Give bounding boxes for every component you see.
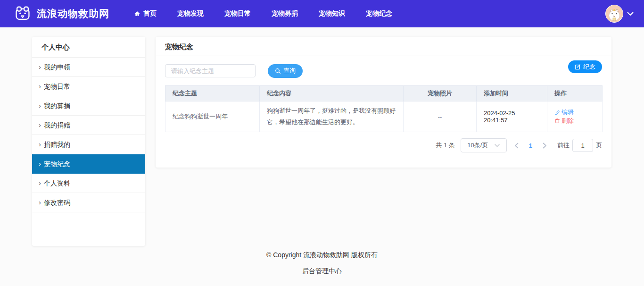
nav-item-pet-knowledge[interactable]: 宠物知识	[319, 9, 345, 18]
nav-item-pet-memorial[interactable]: 宠物纪念	[366, 9, 392, 18]
cell-operation: 编辑 删除	[547, 101, 603, 132]
header-memorial-content: 纪念内容	[260, 86, 404, 101]
pagination: 共 1 条 10条/页 1 前往 页	[165, 138, 602, 152]
caret-right-icon: ›	[39, 63, 41, 70]
toolbar: 查询 纪念	[165, 64, 602, 77]
caret-right-icon: ›	[39, 121, 41, 128]
brand-title: 流浪动物救助网	[37, 7, 109, 20]
nav-item-pet-daily[interactable]: 宠物日常	[224, 9, 251, 18]
caret-right-icon: ›	[39, 83, 41, 90]
dog-logo-icon	[13, 4, 32, 23]
query-button[interactable]: 查询	[268, 64, 303, 78]
home-icon	[134, 10, 140, 17]
sidebar-title: 个人中心	[32, 37, 145, 58]
copyright-text: © Copyright 流浪动物救助网 版权所有	[0, 251, 644, 260]
trash-icon	[554, 118, 560, 124]
chevron-down-icon[interactable]	[627, 12, 634, 16]
edit-button[interactable]: 编辑	[554, 108, 574, 117]
nav-item-pet-fundraise[interactable]: 宠物募捐	[272, 9, 298, 18]
pagination-total: 共 1 条	[436, 141, 454, 150]
header-pet-photo: 宠物照片	[404, 86, 477, 101]
search-icon	[275, 68, 281, 74]
header-memorial-subject: 纪念主题	[165, 86, 260, 101]
next-page-button[interactable]	[540, 143, 550, 149]
cell-add-time: 2024-02-25 20:41:57	[477, 101, 547, 132]
chevron-down-icon	[495, 144, 500, 147]
cell-subject: 纪念狗狗逝世一周年	[165, 101, 260, 132]
panel-title: 宠物纪念	[156, 37, 611, 56]
sidebar-item-donated-to-me[interactable]: ›捐赠我的	[32, 135, 145, 154]
edit-square-icon	[575, 64, 581, 70]
caret-right-icon: ›	[39, 199, 41, 206]
user-avatar[interactable]	[605, 5, 623, 23]
delete-button[interactable]: 删除	[554, 117, 574, 125]
pencil-icon	[554, 109, 560, 115]
nav-item-pet-discover[interactable]: 宠物发现	[177, 9, 204, 18]
caret-right-icon: ›	[39, 102, 41, 109]
page-size-select[interactable]: 10条/页	[461, 138, 507, 152]
prev-page-button[interactable]	[512, 143, 521, 149]
add-memorial-button[interactable]: 纪念	[568, 60, 602, 73]
memorial-table: 纪念主题 纪念内容 宠物照片 添加时间 操作 纪念狗狗逝世一周年 狗狗逝世一周年…	[165, 85, 603, 132]
sidebar-item-my-donations[interactable]: ›我的捐赠	[32, 116, 145, 135]
caret-right-icon: ›	[39, 160, 41, 167]
table-row: 纪念狗狗逝世一周年 狗狗逝世一周年了，挺难过的，是我没有照顾好它，希望他在那边能…	[165, 101, 603, 132]
sidebar-item-my-applications[interactable]: ›我的申领	[32, 58, 145, 77]
cell-content: 狗狗逝世一周年了，挺难过的，是我没有照顾好它，希望他在那边能生活的更好。	[260, 101, 404, 132]
brand-logo-link[interactable]: 流浪动物救助网	[13, 4, 109, 23]
page: 流浪动物救助网 首页 宠物发现 宠物日常 宠物募捐 宠物知识 宠物纪念	[0, 0, 644, 286]
sidebar-item-my-fundraising[interactable]: ›我的募捐	[32, 96, 145, 116]
sidebar-item-personal-profile[interactable]: ›个人资料	[32, 174, 145, 193]
header-operation: 操作	[547, 86, 603, 101]
footer: © Copyright 流浪动物救助网 版权所有 后台管理中心	[0, 251, 644, 276]
top-navbar: 流浪动物救助网 首页 宠物发现 宠物日常 宠物募捐 宠物知识 宠物纪念	[0, 0, 644, 27]
nav-item-home[interactable]: 首页	[134, 9, 157, 18]
goto-page: 前往 页	[557, 139, 602, 152]
header-add-time: 添加时间	[477, 86, 547, 101]
main-nav: 首页 宠物发现 宠物日常 宠物募捐 宠物知识 宠物纪念	[134, 9, 392, 18]
sidebar-item-pet-daily[interactable]: ›宠物日常	[32, 77, 145, 96]
goto-page-input[interactable]	[572, 139, 593, 152]
table-header-row: 纪念主题 纪念内容 宠物照片 添加时间 操作	[165, 86, 603, 101]
pet-memorial-panel: 宠物纪念 查询 纪念	[156, 37, 611, 168]
memorial-subject-search-input[interactable]	[165, 64, 256, 77]
personal-center-sidebar: 个人中心 ›我的申领 ›宠物日常 ›我的募捐 ›我的捐赠 ›捐赠我的 ›宠物纪念…	[32, 37, 145, 246]
admin-center-link[interactable]: 后台管理中心	[302, 267, 342, 276]
sidebar-item-change-password[interactable]: ›修改密码	[32, 193, 145, 212]
page-number-current[interactable]: 1	[526, 142, 535, 149]
caret-right-icon: ›	[39, 141, 41, 148]
caret-right-icon: ›	[39, 179, 41, 186]
user-menu[interactable]	[605, 5, 634, 23]
sidebar-item-pet-memorial[interactable]: ›宠物纪念	[32, 154, 145, 174]
cell-photo: --	[404, 101, 477, 132]
